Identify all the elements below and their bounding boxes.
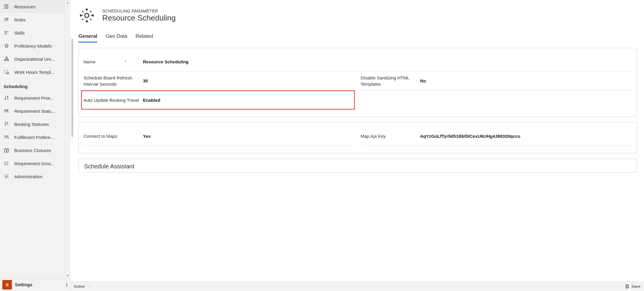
sidebar-item-work-hours-templates[interactable]: Work Hours Templ... <box>0 65 70 79</box>
field-value[interactable]: No <box>420 78 632 83</box>
panel-maps: Connect to Maps Yes Map Api Key AqYzGoLf… <box>78 122 637 153</box>
skills-icon <box>4 30 10 36</box>
svg-point-16 <box>4 163 5 164</box>
reqstatus-icon <box>4 108 10 114</box>
field-connect-to-maps[interactable]: Connect to Maps Yes <box>84 127 355 146</box>
form-content: SCHEDULING PARAMETER Resource Scheduling… <box>70 0 644 281</box>
svg-rect-7 <box>7 60 9 61</box>
sidebar-item-label: Organizational Uni... <box>14 57 66 62</box>
field-label: Map Api Key <box>361 133 420 139</box>
tab-general[interactable]: General <box>78 33 97 43</box>
workhours-icon <box>4 69 10 75</box>
field-map-api-key[interactable]: Map Api Key AqYzGoLfTyr9d51Bbl5tCexU6UHg… <box>361 127 632 146</box>
svg-rect-14 <box>4 149 9 152</box>
sidebar-item-fulfillment-preferences[interactable]: Fulfillment Prefere... <box>0 131 70 144</box>
field-label: Name * <box>84 59 143 65</box>
field-value[interactable]: AqYzGoLfTyr9d51Bbl5tCexU6UHg4J88320qccu <box>420 134 632 139</box>
sidebar-item-label: Skills <box>14 30 66 35</box>
svg-rect-5 <box>6 57 7 58</box>
star-icon <box>4 43 10 49</box>
sidebar-item-requirement-statuses[interactable]: Requirement Statu... <box>0 104 70 118</box>
sidebar-scroll: Resources Roles Skills Proficiency Model… <box>0 0 70 278</box>
tab-geo-data[interactable]: Geo Data <box>106 33 127 43</box>
tab-related[interactable]: Related <box>136 33 153 43</box>
org-icon <box>4 56 10 62</box>
sidebar-item-label: Resources <box>14 4 66 9</box>
sidebar-item-label: Administration <box>14 174 66 179</box>
sidebar-item-label: Requirement Prior... <box>14 96 66 101</box>
calendar-x-icon <box>4 147 10 153</box>
field-value[interactable]: Yes <box>143 134 355 139</box>
panel-schedule-assistant: Schedule Assistant <box>78 159 637 173</box>
page-header: SCHEDULING PARAMETER Resource Scheduling <box>78 0 637 26</box>
sidebar-item-requirement-priorities[interactable]: Requirement Prior... <box>0 91 70 104</box>
sidebar-item-label: Requirement Grou... <box>14 161 66 166</box>
sidebar-item-label: Fulfillment Prefere... <box>14 135 66 140</box>
field-value[interactable]: 30 <box>143 78 355 83</box>
resources-icon <box>4 4 10 10</box>
statusbar: Active Save <box>70 281 644 291</box>
sidebar-item-label: Booking Statuses <box>14 122 66 127</box>
roles-icon <box>4 17 10 23</box>
area-label: Settings <box>15 282 63 287</box>
save-button[interactable]: Save <box>625 284 640 289</box>
sidebar: Resources Roles Skills Proficiency Model… <box>0 0 70 291</box>
sidebar-item-label: Roles <box>14 17 66 22</box>
field-label: Connect to Maps <box>84 133 143 139</box>
field-disable-sanitize[interactable]: Disable Sanitizing HTML Templates No <box>361 71 632 90</box>
sidebar-item-administration[interactable]: Administration <box>0 170 70 183</box>
sidebar-item-roles[interactable]: Roles <box>0 13 70 26</box>
field-refresh-interval[interactable]: Schedule Board Refresh Interval Seconds … <box>84 71 355 90</box>
field-empty <box>361 90 632 109</box>
area-badge: S <box>2 280 12 290</box>
divider <box>89 284 90 289</box>
content-scrollbar[interactable] <box>71 39 73 137</box>
scroll-up-icon[interactable]: ▴ <box>65 0 70 5</box>
sidebar-item-proficiency-models[interactable]: Proficiency Models <box>0 39 70 52</box>
svg-point-18 <box>6 176 7 177</box>
field-value[interactable]: Resource Scheduling <box>143 59 632 64</box>
main: SCHEDULING PARAMETER Resource Scheduling… <box>70 0 644 291</box>
list-icon <box>4 160 10 166</box>
sidebar-item-resources[interactable]: Resources <box>0 0 70 13</box>
panel-general: Name * Resource Scheduling Schedule Boar… <box>78 48 637 117</box>
sidebar-item-requirement-groups[interactable]: Requirement Grou... <box>0 157 70 170</box>
sidebar-item-label: Business Closures <box>14 148 66 153</box>
field-auto-update-booking-travel[interactable]: Auto Update Booking Travel Enabled <box>81 90 355 109</box>
sidebar-item-organizational-units[interactable]: Organizational Uni... <box>0 52 70 65</box>
save-icon <box>625 284 629 289</box>
svg-point-4 <box>5 31 7 33</box>
field-label: Auto Update Booking Travel <box>84 97 143 103</box>
sidebar-item-label: Proficiency Models <box>14 43 66 48</box>
field-value[interactable]: Enabled <box>143 98 354 103</box>
area-switcher[interactable]: S Settings ▴▾ <box>0 278 70 291</box>
sidebar-item-booking-statuses[interactable]: Booking Statuses <box>0 118 70 131</box>
fulfill-icon <box>4 134 10 140</box>
gear-icon <box>4 173 10 179</box>
required-indicator-icon: * <box>123 59 126 64</box>
svg-point-2 <box>5 18 7 20</box>
svg-point-15 <box>4 162 5 162</box>
field-label: Disable Sanitizing HTML Templates <box>361 75 420 87</box>
svg-rect-8 <box>4 70 8 73</box>
svg-point-11 <box>7 109 8 111</box>
sidebar-scrollbar[interactable]: ▴ ▾ <box>65 0 70 278</box>
scroll-down-icon[interactable]: ▾ <box>65 273 70 278</box>
gear-large-icon <box>78 7 95 24</box>
priority-icon <box>4 95 10 101</box>
svg-point-3 <box>7 18 8 19</box>
sidebar-group-scheduling: Scheduling <box>0 79 70 91</box>
chevron-updown-icon: ▴▾ <box>66 282 67 287</box>
tabs: General Geo Data Related <box>78 26 637 43</box>
sidebar-item-label: Requirement Statu... <box>14 109 66 114</box>
svg-point-17 <box>4 165 5 165</box>
svg-point-12 <box>5 136 6 137</box>
sidebar-item-label: Work Hours Templ... <box>14 70 66 75</box>
field-name[interactable]: Name * Resource Scheduling <box>84 52 632 71</box>
page-eyebrow: SCHEDULING PARAMETER <box>102 9 176 13</box>
svg-rect-6 <box>4 60 6 61</box>
svg-point-10 <box>5 109 6 111</box>
field-label: Schedule Board Refresh Interval Seconds <box>84 75 143 87</box>
sidebar-item-business-closures[interactable]: Business Closures <box>0 144 70 157</box>
sidebar-item-skills[interactable]: Skills <box>0 26 70 39</box>
